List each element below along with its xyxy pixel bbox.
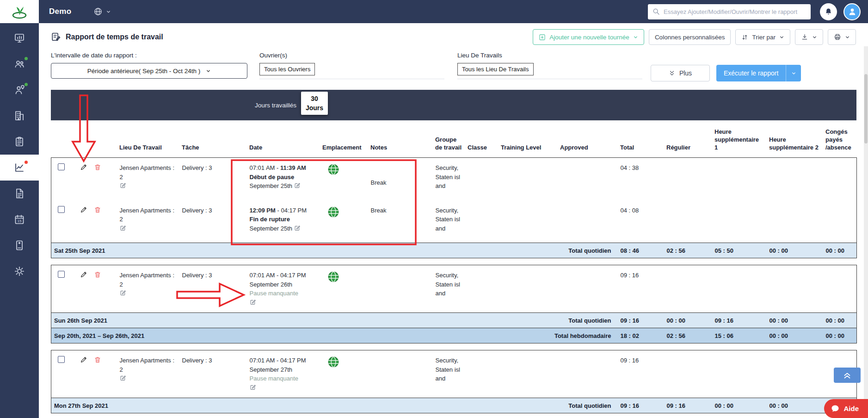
scrollbar[interactable] bbox=[864, 46, 868, 418]
daily-leave: 00 : 00 bbox=[823, 243, 857, 258]
chevron-down-icon bbox=[845, 35, 850, 40]
workplaces-input[interactable]: Tous les Lieu De Travails bbox=[457, 63, 642, 79]
double-chevron-down-icon bbox=[669, 70, 675, 76]
sidebar-item-documents[interactable] bbox=[0, 181, 39, 206]
row-total: 04 : 08 bbox=[621, 207, 639, 214]
row-checkbox[interactable] bbox=[58, 163, 65, 170]
day-group-sun: Jensen Apartments : 2 Delivery : 3 07:01… bbox=[51, 265, 857, 343]
run-report-caret[interactable] bbox=[786, 65, 801, 81]
workers-chip[interactable]: Tous les Ouvriers bbox=[259, 63, 315, 75]
app-logo[interactable] bbox=[0, 0, 39, 23]
sidebar-item-settings[interactable] bbox=[0, 258, 39, 284]
sort-by-button[interactable]: Trier par bbox=[735, 29, 790, 45]
custom-columns-button[interactable]: Colonnes personnalisées bbox=[649, 29, 731, 45]
delete-trash-icon[interactable] bbox=[94, 356, 101, 366]
sidebar-item-dashboard[interactable] bbox=[0, 25, 39, 51]
task-name: Delivery : 3 bbox=[182, 272, 212, 279]
edit-site-icon[interactable] bbox=[120, 375, 126, 384]
col-overtime1: Heure supplémentaire 1 bbox=[712, 120, 766, 157]
event-label: Début de pause bbox=[250, 173, 317, 182]
workers-input[interactable]: Tous les Ouvriers bbox=[259, 63, 444, 79]
scrollbar-thumb[interactable] bbox=[864, 74, 868, 143]
user-avatar[interactable] bbox=[843, 3, 861, 20]
run-report-button[interactable]: Exécuter le rapport bbox=[716, 65, 801, 81]
sidebar-item-company[interactable] bbox=[0, 103, 39, 129]
workplaces-chip[interactable]: Tous les Lieu De Travails bbox=[457, 63, 534, 75]
daily-total-row: Sun 26th Sep 2021 Total quotidien 09 : 1… bbox=[51, 313, 857, 328]
edit-time-icon[interactable] bbox=[294, 182, 301, 192]
daily-total: 09 : 16 bbox=[618, 313, 664, 328]
delete-trash-icon[interactable] bbox=[94, 206, 101, 216]
site-name: Jensen Apartments : 2 bbox=[120, 164, 175, 181]
event-label: Fin de rupture bbox=[250, 215, 317, 224]
row-checkbox[interactable] bbox=[58, 271, 65, 278]
daily-regular: 00 : 00 bbox=[664, 313, 712, 328]
row-checkbox[interactable] bbox=[58, 356, 65, 363]
row-checkbox[interactable] bbox=[58, 206, 65, 213]
help-button[interactable]: Aide bbox=[824, 399, 868, 418]
scroll-to-top-button[interactable] bbox=[834, 368, 861, 383]
edit-site-icon[interactable] bbox=[120, 182, 126, 192]
col-location: Emplacement bbox=[320, 120, 368, 157]
weekly-total-row: Sep 20th, 2021 – Sep 26th, 2021 Total he… bbox=[51, 328, 857, 343]
language-selector[interactable] bbox=[93, 7, 111, 16]
edit-pencil-icon[interactable] bbox=[80, 356, 87, 366]
edit-pencil-icon[interactable] bbox=[80, 163, 87, 174]
weekly-total-label: Total hebdomadaire bbox=[465, 328, 618, 343]
table-row: Jensen Apartments : 2 Delivery : 3 07:01… bbox=[51, 350, 857, 398]
search-input[interactable] bbox=[664, 8, 806, 15]
edit-pencil-icon[interactable] bbox=[80, 206, 87, 216]
date-range-select[interactable]: Période antérieure( Sep 25th - Oct 24th … bbox=[51, 63, 247, 79]
sidebar-item-tasks[interactable] bbox=[0, 129, 39, 155]
status-dot bbox=[25, 83, 28, 86]
edit-time-icon[interactable] bbox=[294, 225, 301, 234]
company-name: Demo bbox=[49, 7, 71, 16]
sidebar-item-team[interactable] bbox=[0, 51, 39, 77]
download-icon bbox=[801, 33, 808, 41]
edit-time-icon[interactable] bbox=[250, 384, 256, 393]
daily-total-row: Sat 25th Sep 2021 Total quotidien 08 : 4… bbox=[51, 243, 857, 258]
logo-icon bbox=[11, 3, 28, 20]
sidebar-nav: 15 bbox=[0, 23, 39, 418]
row-total: 09 : 16 bbox=[621, 357, 639, 364]
edit-site-icon[interactable] bbox=[120, 225, 126, 234]
location-globe-icon[interactable] bbox=[327, 163, 339, 178]
print-button[interactable] bbox=[828, 29, 856, 45]
task-name: Delivery : 3 bbox=[182, 207, 212, 214]
globe-language-icon bbox=[93, 7, 103, 16]
sidebar-item-calendar[interactable]: 15 bbox=[0, 206, 39, 232]
more-filters-button[interactable]: Plus bbox=[651, 65, 710, 81]
daily-regular: 09 : 16 bbox=[664, 398, 712, 413]
add-new-shift-button[interactable]: Ajouter une nouvelle tournée bbox=[533, 29, 644, 45]
notifications-button[interactable] bbox=[820, 3, 837, 20]
edit-time-icon[interactable] bbox=[250, 299, 256, 308]
person-icon bbox=[848, 7, 857, 16]
col-overtime2: Heure supplémentaire 2 bbox=[766, 120, 823, 157]
edit-site-icon[interactable] bbox=[120, 290, 126, 299]
col-notes: Notes bbox=[368, 120, 432, 157]
weekly-regular: 02 : 56 bbox=[664, 328, 712, 343]
location-globe-icon[interactable] bbox=[327, 271, 339, 286]
chevron-down-icon bbox=[106, 9, 111, 14]
top-bar: Demo bbox=[0, 0, 868, 23]
delete-trash-icon[interactable] bbox=[94, 163, 101, 174]
sidebar-item-device[interactable] bbox=[0, 232, 39, 258]
sidebar-item-worker-location[interactable] bbox=[0, 77, 39, 103]
download-button[interactable] bbox=[795, 29, 823, 45]
location-globe-icon[interactable] bbox=[327, 356, 339, 371]
svg-text:15: 15 bbox=[18, 219, 22, 223]
day-group-sat: Jensen Apartments : 2 Delivery : 3 07:01… bbox=[51, 157, 857, 258]
delete-trash-icon[interactable] bbox=[94, 271, 101, 281]
col-regular: Régulier bbox=[664, 120, 712, 157]
sidebar-item-reports[interactable] bbox=[0, 155, 39, 181]
location-globe-icon[interactable] bbox=[327, 206, 339, 221]
daily-overtime2: 00 : 00 bbox=[767, 313, 823, 328]
work-group: Security,Staten island bbox=[436, 163, 462, 191]
note-text: Break bbox=[371, 207, 387, 214]
report-title-icon bbox=[51, 32, 61, 42]
global-search[interactable] bbox=[648, 4, 811, 19]
edit-pencil-icon[interactable] bbox=[80, 271, 87, 281]
daily-overtime1: 09 : 16 bbox=[712, 313, 767, 328]
double-chevron-up-icon bbox=[842, 370, 852, 381]
search-icon bbox=[653, 8, 660, 15]
